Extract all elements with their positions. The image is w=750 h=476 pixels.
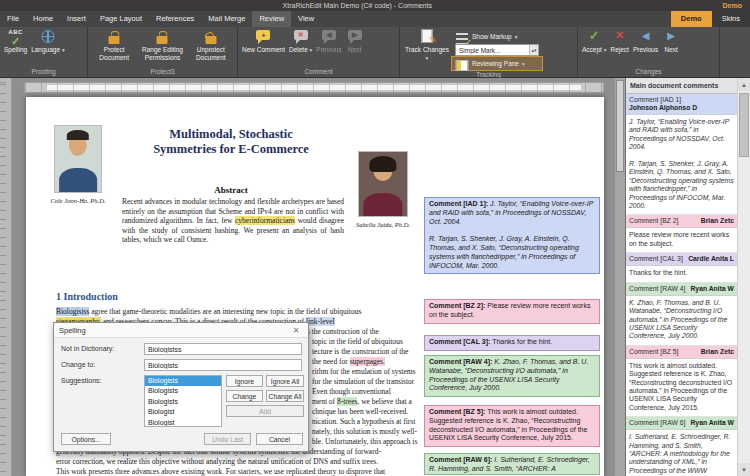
reviewing-pane-button[interactable]: Reviewing Pane ▾ <box>452 57 542 70</box>
scroll-up-icon[interactable]: ▲ <box>738 78 750 91</box>
dropdown-arrow-icon: ▾ <box>426 55 429 61</box>
dialog-titlebar[interactable]: Spelling ✕ <box>54 323 308 338</box>
comment-item[interactable]: Comment [BZ 2]Brian Zetc Please review m… <box>626 215 737 253</box>
protect-document-button[interactable]: Protect Document <box>90 28 138 67</box>
previous-comment-icon: ◀ <box>320 29 338 45</box>
not-in-dictionary-label: Not in Dictionary: <box>61 345 114 352</box>
track-changes-button[interactable]: Track Changes ▾ <box>402 28 452 70</box>
delete-comment-icon: ✕ <box>292 29 310 45</box>
vertical-ruler <box>0 78 12 476</box>
unprotect-document-button[interactable]: Unprotect Document <box>187 28 235 67</box>
document-scrollbar[interactable] <box>615 78 625 476</box>
comment-item[interactable]: Comment [CAL 3]Cardle Anita L Thanks for… <box>626 253 737 282</box>
comment-item[interactable]: Comment [IAD 1]Johnson Alphonso D J. Tay… <box>626 94 737 215</box>
tab-mail-merge[interactable]: Mail Merge <box>201 11 252 27</box>
group-label-protect: Protect3 <box>88 67 237 77</box>
spelling-button[interactable]: Spelling <box>2 28 29 67</box>
previous-comment-button[interactable]: ◀ Previous <box>314 28 343 67</box>
comment-balloon[interactable]: Comment [IAD 1]: J. Taylor, “Enabling Vo… <box>424 197 600 274</box>
change-all-button[interactable]: Change All <box>266 390 304 402</box>
pane-scrollbar[interactable]: ▲ ▼ <box>737 78 750 476</box>
suggestion-item[interactable]: Biologists <box>145 386 221 396</box>
tab-insert[interactable]: Insert <box>60 11 93 27</box>
author-photo-left[interactable] <box>54 125 102 193</box>
tab-home[interactable]: Home <box>26 11 60 27</box>
suggestions-list[interactable]: Biologists Biologists Biologists Biologi… <box>144 375 222 427</box>
previous-change-button[interactable]: ◀ Previous <box>631 28 660 67</box>
previous-change-label: Previous <box>633 46 658 54</box>
accept-label: Accept <box>582 46 602 53</box>
ignore-button[interactable]: Ignore <box>226 375 263 387</box>
demo-button[interactable]: Demo <box>671 11 712 27</box>
not-in-dictionary-field[interactable] <box>144 343 302 355</box>
lock-range-icon <box>153 29 171 45</box>
comment-balloon[interactable]: Comment [RAW 4]: K. Zhao, F. Thomas, and… <box>424 355 600 397</box>
new-comment-button[interactable]: + New Comment <box>240 28 287 67</box>
show-markup-button[interactable]: Show Markup ▾ <box>452 30 542 43</box>
comment-balloon[interactable]: Comment [CAL 3]: Thanks for the hint. <box>424 335 600 351</box>
scrollbar-thumb[interactable] <box>616 80 624 172</box>
text-line: Biologistss agree that game-theoretic mo… <box>56 307 428 317</box>
tab-view[interactable]: View <box>291 11 321 27</box>
scrollbar-thumb[interactable] <box>739 93 749 157</box>
suggestion-item[interactable]: Biologist <box>145 418 221 427</box>
person-silhouette <box>363 193 402 217</box>
close-icon[interactable]: ✕ <box>289 326 303 335</box>
change-to-field[interactable] <box>144 359 302 371</box>
author-caption-left: Cole Joon-Ho, Ph.D. <box>44 197 112 205</box>
range-editing-permissions-button[interactable]: Range Editing Permissions <box>138 28 186 67</box>
comment-item[interactable]: Comment [BZ 5]Brian Zetc This work is al… <box>626 346 737 417</box>
section-heading: 1 Introduction <box>56 291 118 302</box>
misspelled-word: Biologistss <box>56 307 89 316</box>
options-button[interactable]: Options... <box>61 433 111 445</box>
ignore-all-button[interactable]: Ignore All <box>266 375 304 387</box>
next-comment-button[interactable]: ▶ Next <box>344 28 366 67</box>
undo-last-button[interactable]: Undo Last <box>204 433 251 445</box>
ribbon-group-comment: + New Comment ✕ Delete ▾ ◀ Previous ▶ Ne… <box>238 27 400 77</box>
comment-text: Thanks for the hint. <box>626 266 737 282</box>
change-button[interactable]: Change <box>226 390 263 402</box>
comment-balloon[interactable]: Comment [BZ 2]: Please review more recen… <box>424 299 600 324</box>
comment-text: J. Taylor, “Enabling Voice-over-IP and R… <box>626 115 737 215</box>
accept-change-button[interactable]: ✓ Accept ▾ <box>580 28 608 67</box>
skins-button[interactable]: Skins <box>712 11 750 27</box>
comment-balloon[interactable]: Comment [RAW 6]: I. Sutherland, E. Schro… <box>424 453 600 475</box>
scroll-down-icon[interactable]: ▼ <box>738 463 750 476</box>
comment-balloon[interactable]: Comment [BZ 5]: This work is almost outd… <box>424 405 600 447</box>
add-button[interactable]: Add <box>226 405 304 417</box>
comment-author: Ryan Anita W <box>690 285 734 293</box>
combo-spinner-icon[interactable]: ▴▾ <box>529 45 538 55</box>
lock-icon <box>105 29 123 45</box>
comment-item[interactable]: Comment [RAW 6]Ryan Anita W I. Sutherlan… <box>626 417 737 476</box>
accept-check-icon: ✓ <box>585 29 603 45</box>
next-change-button[interactable]: ▶ Next <box>660 28 682 67</box>
delete-comment-button[interactable]: ✕ Delete ▾ <box>287 28 314 67</box>
next-change-label: Next <box>665 46 678 54</box>
protect-document-label: Protect Document <box>92 46 136 61</box>
next-comment-label: Next <box>348 46 361 54</box>
tab-review[interactable]: Review <box>252 11 291 27</box>
suggestion-item[interactable]: Biologists <box>145 376 221 386</box>
language-button[interactable]: Language ▾ <box>29 28 67 67</box>
tab-references[interactable]: References <box>149 11 201 27</box>
group-label-proofing: Proofing <box>0 67 87 77</box>
ribbon-group-tracking: Track Changes ▾ Show Markup ▾ Simple Mar… <box>400 27 578 77</box>
dropdown-arrow-icon: ▾ <box>62 47 65 53</box>
text-line: This work presents three advances above … <box>56 467 428 476</box>
tab-spacer <box>321 11 671 27</box>
cancel-button[interactable]: Cancel <box>256 433 303 445</box>
reject-change-button[interactable]: ✕ Reject <box>608 28 630 67</box>
suggestions-label: Suggestions: <box>61 377 101 384</box>
suggestion-item[interactable]: Biologist <box>145 407 221 417</box>
dropdown-arrow-icon: ▾ <box>522 61 525 67</box>
comment-text: This work is almost outdated. Suggested … <box>626 359 737 417</box>
titlebar-demo-label[interactable]: Demo <box>715 2 750 9</box>
tab-page-layout[interactable]: Page Layout <box>93 11 149 27</box>
comment-item[interactable]: Comment [RAW 4]Ryan Anita W K. Zhao, F. … <box>626 283 737 346</box>
dialog-title: Spelling <box>59 326 289 335</box>
tab-file[interactable]: File <box>0 11 26 27</box>
suggestion-item[interactable]: Biologists <box>145 397 221 407</box>
group-label-comment: Comment <box>238 67 399 77</box>
abstract-text: Recent advances in modular technology an… <box>122 197 344 245</box>
author-photo-right[interactable] <box>358 151 408 217</box>
